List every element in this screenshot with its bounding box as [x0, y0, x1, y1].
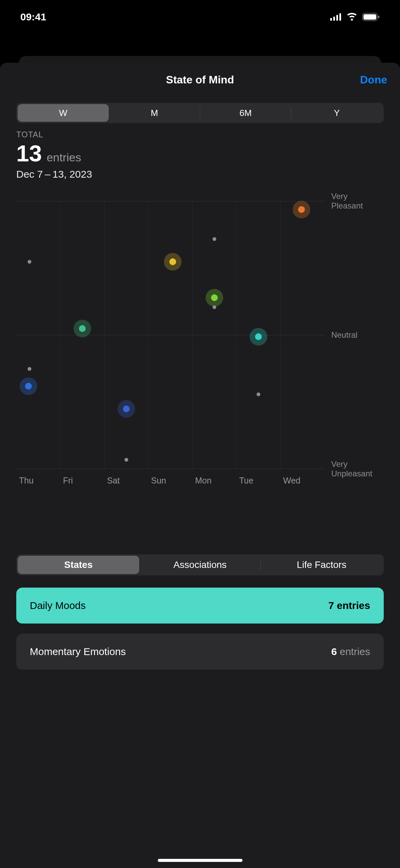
category-label: Momentary Emotions: [30, 646, 126, 657]
detail-segmented[interactable]: StatesAssociationsLife Factors: [16, 554, 384, 575]
chart-gridline: [148, 201, 149, 469]
summary-block: TOTAL 13 entries Dec 7 – 13, 2023: [16, 130, 384, 180]
svg-rect-5: [363, 14, 376, 20]
category-label: Daily Moods: [30, 600, 86, 611]
status-bar: 09:41: [0, 0, 400, 34]
page-title: State of Mind: [166, 74, 234, 86]
category-list: Daily Moods7 entriesMomentary Emotions6 …: [16, 588, 384, 670]
svg-rect-6: [378, 16, 379, 18]
category-daily-moods[interactable]: Daily Moods7 entries: [16, 588, 384, 624]
y-axis-label: VeryPleasant: [331, 192, 363, 211]
mood-point-momentary[interactable]: [257, 392, 260, 396]
mood-point-momentary[interactable]: [28, 367, 31, 371]
y-axis-label: VeryUnpleasant: [331, 459, 372, 478]
cellular-icon: [330, 13, 342, 21]
category-momentary-emotions[interactable]: Momentary Emotions6 entries: [16, 634, 384, 670]
time-range-segmented[interactable]: WM6MY: [16, 103, 384, 123]
x-axis-label: Sat: [104, 476, 148, 486]
chart-gridline: [192, 201, 193, 469]
summary-date-range: Dec 7 – 13, 2023: [16, 169, 384, 180]
mood-point-daily[interactable]: [123, 406, 130, 412]
mood-point-daily[interactable]: [25, 383, 32, 390]
mood-point-momentary[interactable]: [213, 237, 216, 241]
summary-unit: entries: [47, 151, 81, 164]
summary-count: 13: [16, 140, 42, 166]
main-sheet: State of Mind Done WM6MY TOTAL 13 entrie…: [0, 63, 400, 868]
mood-point-daily[interactable]: [255, 333, 262, 340]
navigation-header: State of Mind Done: [0, 63, 400, 97]
x-axis-label: Tue: [236, 476, 280, 486]
done-button[interactable]: Done: [360, 74, 387, 86]
range-tab-y[interactable]: Y: [291, 104, 382, 122]
category-count: 6 entries: [331, 646, 370, 657]
detail-tab-associations[interactable]: Associations: [139, 556, 261, 574]
mood-point-daily[interactable]: [298, 206, 305, 213]
svg-rect-0: [330, 18, 332, 21]
mood-point-momentary[interactable]: [213, 305, 216, 309]
chart-plot-area: [16, 201, 324, 469]
chart-gridline: [60, 201, 61, 469]
mood-point-daily[interactable]: [211, 294, 218, 301]
status-icons: [330, 13, 380, 21]
background-card: [19, 56, 381, 63]
x-axis-label: Mon: [192, 476, 236, 486]
chart-x-axis: ThuFriSatSunMonTueWed: [16, 476, 324, 486]
range-tab-m[interactable]: M: [109, 104, 200, 122]
home-indicator[interactable]: [158, 859, 243, 862]
chart-midline: [16, 335, 324, 335]
detail-panel: StatesAssociationsLife Factors Daily Moo…: [0, 544, 400, 868]
status-time: 09:41: [20, 11, 46, 23]
x-axis-label: Wed: [280, 476, 324, 486]
chart-gridline: [280, 201, 281, 469]
chart-gridline: [104, 201, 105, 469]
x-axis-label: Sun: [148, 476, 192, 486]
detail-tab-life-factors[interactable]: Life Factors: [261, 556, 382, 574]
mood-point-daily[interactable]: [79, 325, 86, 332]
wifi-icon: [346, 13, 357, 21]
summary-label: TOTAL: [16, 130, 384, 139]
mood-point-momentary[interactable]: [28, 260, 31, 263]
mood-point-momentary[interactable]: [125, 458, 128, 462]
x-axis-label: Fri: [60, 476, 104, 486]
detail-tab-states[interactable]: States: [18, 556, 139, 574]
range-tab-6m[interactable]: 6M: [200, 104, 291, 122]
svg-rect-1: [333, 17, 335, 21]
x-axis-label: Thu: [16, 476, 60, 486]
category-count: 7 entries: [329, 600, 370, 611]
range-tab-w[interactable]: W: [18, 104, 109, 122]
chart-gridline: [236, 201, 237, 469]
battery-icon: [362, 13, 380, 21]
svg-rect-3: [339, 13, 341, 21]
svg-rect-2: [336, 15, 338, 21]
y-axis-label: Neutral: [331, 330, 357, 340]
mood-point-daily[interactable]: [169, 258, 176, 265]
mood-chart[interactable]: ThuFriSatSunMonTueWed VeryPleasantNeutra…: [16, 194, 384, 496]
